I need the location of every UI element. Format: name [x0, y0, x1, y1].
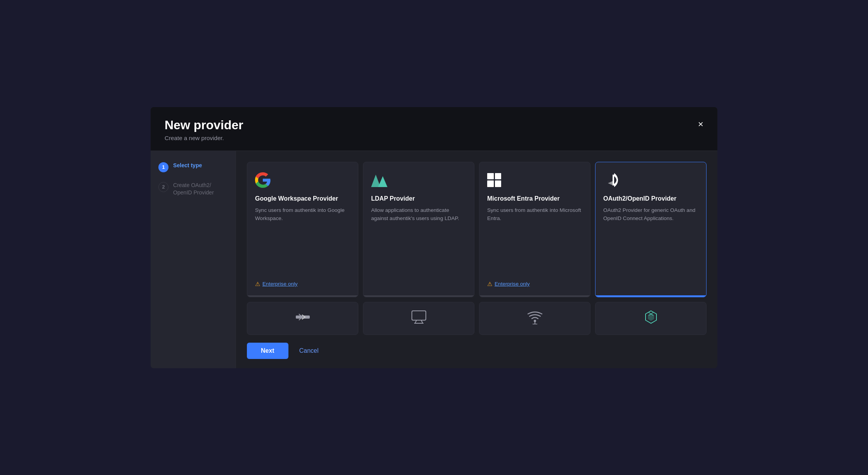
oauth2-provider-desc: OAuth2 Provider for generic OAuth and Op…: [603, 206, 698, 286]
google-provider-desc: Sync users from authentik into Google Wo…: [255, 206, 350, 276]
svg-line-8: [415, 320, 417, 323]
oauth2-card[interactable]: OAuth2/OpenID Provider OAuth2 Provider f…: [595, 162, 707, 297]
svg-rect-7: [412, 311, 426, 320]
proxy-card[interactable]: [247, 302, 358, 335]
scim-card[interactable]: [595, 302, 707, 335]
proxy-icon: [294, 310, 311, 327]
google-provider-name: Google Workspace Provider: [255, 195, 350, 203]
google-icon: [255, 172, 350, 189]
modal-title: New provider: [165, 118, 703, 132]
warning-icon: ⚠: [255, 281, 260, 288]
step-1-label: Select type: [173, 162, 202, 170]
desktop-card[interactable]: [363, 302, 474, 335]
svg-point-6: [307, 316, 309, 318]
microsoft-card[interactable]: Microsoft Entra Provider Sync users from…: [479, 162, 590, 297]
modal-subtitle: Create a new provider.: [165, 135, 703, 141]
oauth2-icon: [603, 172, 698, 189]
cancel-button[interactable]: Cancel: [296, 343, 322, 359]
microsoft-provider-desc: Sync users from authentik into Microsoft…: [487, 206, 582, 276]
google-workspace-card[interactable]: Google Workspace Provider Sync users fro…: [247, 162, 358, 297]
warning-icon-2: ⚠: [487, 281, 492, 288]
oauth2-provider-name: OAuth2/OpenID Provider: [603, 195, 698, 203]
radius-card[interactable]: [479, 302, 590, 335]
google-enterprise-link[interactable]: Enterprise only: [262, 281, 298, 287]
content-area: Google Workspace Provider Sync users fro…: [236, 151, 717, 368]
new-provider-modal: New provider Create a new provider. × 1 …: [151, 107, 717, 368]
desktop-icon: [411, 310, 427, 327]
modal-body: 1 Select type 2 Create OAuth2/ OpenID Pr…: [151, 151, 717, 368]
scim-icon: [643, 309, 659, 327]
provider-cards-grid: Google Workspace Provider Sync users fro…: [247, 162, 707, 297]
next-button[interactable]: Next: [247, 343, 288, 359]
svg-line-9: [421, 320, 423, 323]
modal-header: New provider Create a new provider. ×: [151, 107, 717, 151]
step-2[interactable]: 2 Create OAuth2/ OpenID Provider: [158, 182, 228, 197]
microsoft-enterprise-link[interactable]: Enterprise only: [495, 281, 530, 287]
radius-icon: [526, 309, 543, 328]
ldap-card[interactable]: LDAP Provider Allow applications to auth…: [363, 162, 474, 297]
svg-point-5: [297, 316, 298, 318]
ldap-icon: [371, 172, 466, 189]
footer-actions: Next Cancel: [247, 335, 707, 368]
microsoft-provider-name: Microsoft Entra Provider: [487, 195, 582, 203]
ldap-provider-name: LDAP Provider: [371, 195, 466, 203]
microsoft-icon: [487, 172, 582, 189]
bottom-cards-row: [247, 302, 707, 335]
step-1-number: 1: [158, 162, 168, 172]
ldap-provider-desc: Allow applications to authenticate again…: [371, 206, 466, 286]
step-2-label: Create OAuth2/ OpenID Provider: [173, 182, 228, 197]
svg-marker-1: [378, 176, 387, 187]
sidebar: 1 Select type 2 Create OAuth2/ OpenID Pr…: [151, 151, 236, 368]
microsoft-enterprise-badge: ⚠ Enterprise only: [487, 281, 582, 291]
google-enterprise-badge: ⚠ Enterprise only: [255, 281, 350, 291]
close-button[interactable]: ×: [696, 118, 705, 130]
step-2-number: 2: [158, 182, 168, 192]
step-1[interactable]: 1 Select type: [158, 162, 228, 172]
